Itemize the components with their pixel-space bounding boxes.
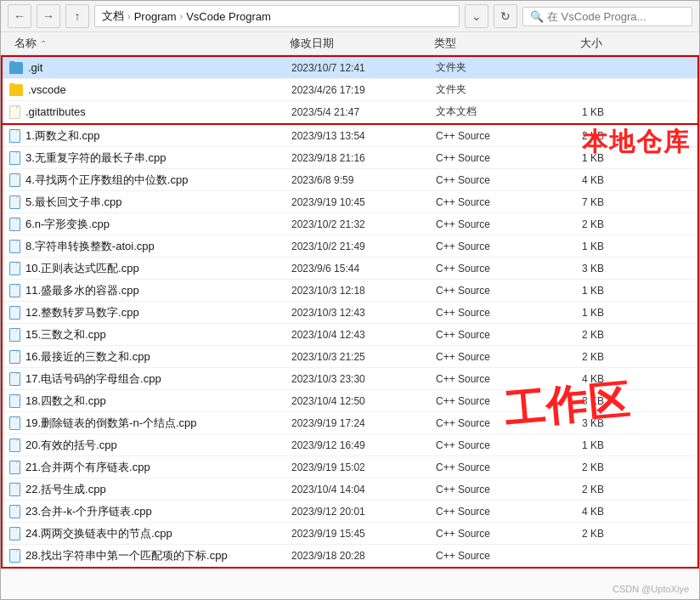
refresh-button[interactable]: ↻ (494, 4, 517, 28)
cpp-icon (9, 394, 20, 408)
file-list: .git 2023/10/7 12:41 文件夹 .vscode 2023/4/… (1, 55, 699, 569)
cpp-icon (9, 549, 20, 563)
table-row[interactable]: 5.最长回文子串.cpp 2023/9/19 10:45 C++ Source … (3, 191, 697, 213)
table-row[interactable]: .gitattributes 2023/5/4 21:47 文本文档 1 KB (3, 101, 697, 123)
cpp-icon (9, 129, 20, 143)
file-name-cell: .git (3, 61, 291, 74)
cpp-icon (9, 372, 20, 386)
table-row[interactable]: 11.盛最多水的容器.cpp 2023/10/3 12:18 C++ Sourc… (3, 280, 697, 302)
back-button[interactable]: ← (8, 4, 31, 28)
cpp-icon (9, 218, 20, 231)
folder-icon (9, 84, 23, 96)
breadcrumb[interactable]: 文档 › Program › VsCode Program (94, 5, 460, 27)
col-header-type[interactable]: 类型 (434, 36, 545, 51)
dropdown-button[interactable]: ⌄ (465, 4, 488, 28)
cpp-icon (9, 151, 20, 165)
table-row[interactable]: 15.三数之和.cpp 2023/10/4 12:43 C++ Source 2… (3, 324, 697, 346)
cpp-icon (9, 284, 20, 297)
table-row[interactable]: 28.找出字符串中第一个匹配项的下标.cpp 2023/9/18 20:28 C… (3, 545, 697, 567)
cpp-icon (9, 350, 20, 364)
table-row[interactable]: 21.合并两个有序链表.cpp 2023/9/19 15:02 C++ Sour… (3, 456, 697, 478)
search-bar[interactable]: 🔍 (522, 7, 692, 26)
cpp-icon (9, 439, 20, 452)
breadcrumb-part-1: 文档 (102, 8, 124, 24)
breadcrumb-sep-1: › (127, 11, 131, 21)
cpp-icon (9, 262, 20, 275)
breadcrumb-sep-2: › (180, 11, 183, 21)
forward-button[interactable]: → (37, 4, 60, 28)
table-row[interactable]: 17.电话号码的字母组合.cpp 2023/10/3 23:30 C++ Sou… (3, 368, 697, 390)
cpp-icon (9, 505, 20, 518)
cpp-icon (9, 461, 20, 474)
search-icon: 🔍 (530, 10, 544, 23)
cpp-icon (9, 240, 20, 253)
table-row[interactable]: 8.字符串转换整数-atoi.cpp 2023/10/2 21:49 C++ S… (3, 235, 697, 258)
txt-file-icon (9, 105, 20, 119)
table-row[interactable]: 10.正则表达式匹配.cpp 2023/9/6 15:44 C++ Source… (3, 258, 697, 280)
table-row[interactable]: 16.最接近的三数之和.cpp 2023/10/3 21:25 C++ Sour… (3, 346, 697, 368)
file-name-cell: .gitattributes (3, 105, 291, 119)
breadcrumb-part-3: VsCode Program (186, 10, 271, 23)
cpp-icon (9, 527, 20, 541)
cpp-icon (9, 416, 20, 430)
table-row[interactable]: 18.四数之和.cpp 2023/10/4 12:50 C++ Source 3… (3, 390, 697, 412)
folder-git-icon (9, 62, 23, 74)
table-row[interactable]: 6.n-字形变换.cpp 2023/10/2 21:32 C++ Source … (3, 213, 697, 235)
table-row[interactable]: 3.无重复字符的最长子串.cpp 2023/9/18 21:16 C++ Sou… (3, 147, 697, 169)
breadcrumb-part-2: Program (134, 10, 177, 23)
watermark: CSDN @UptoXiye (612, 584, 689, 594)
address-bar: ← → ↑ 文档 › Program › VsCode Program ⌄ ↻ … (1, 1, 699, 32)
file-name-cell: .vscode (3, 83, 291, 96)
table-row[interactable]: .vscode 2023/4/26 17:19 文件夹 (3, 79, 697, 101)
cpp-icon (9, 173, 20, 187)
table-row[interactable]: 1.两数之和.cpp 2023/9/13 13:54 C++ Source 2 … (3, 125, 697, 147)
git-section: .git 2023/10/7 12:41 文件夹 .vscode 2023/4/… (1, 55, 699, 125)
cpp-icon (9, 195, 20, 209)
cpp-icon (9, 328, 20, 342)
table-row[interactable]: .git 2023/10/7 12:41 文件夹 (3, 57, 697, 79)
column-headers: 名称 ⌃ 修改日期 类型 大小 (1, 32, 699, 55)
up-button[interactable]: ↑ (65, 4, 89, 28)
sort-icon: ⌃ (40, 39, 47, 48)
search-input[interactable] (547, 10, 690, 23)
cpp-icon (9, 306, 20, 320)
table-row[interactable]: 4.寻找两个正序数组的中位数.cpp 2023/6/8 9:59 C++ Sou… (3, 169, 697, 191)
workspace-section: 1.两数之和.cpp 2023/9/13 13:54 C++ Source 2 … (1, 125, 699, 569)
col-header-date[interactable]: 修改日期 (290, 36, 434, 51)
table-row[interactable]: 19.删除链表的倒数第-n-个结点.cpp 2023/9/19 17:24 C+… (3, 412, 697, 434)
table-row[interactable]: 24.两两交换链表中的节点.cpp 2023/9/19 15:45 C++ So… (3, 523, 697, 545)
cpp-icon (9, 483, 20, 496)
table-row[interactable]: 12.整数转罗马数字.cpp 2023/10/3 12:43 C++ Sourc… (3, 302, 697, 324)
col-header-name[interactable]: 名称 ⌃ (1, 36, 290, 51)
table-row[interactable]: 23.合并-k-个升序链表.cpp 2023/9/12 20:01 C++ So… (3, 501, 697, 523)
table-row[interactable]: 22.括号生成.cpp 2023/10/4 14:04 C++ Source 2… (3, 478, 697, 501)
col-header-size[interactable]: 大小 (545, 36, 612, 51)
table-row[interactable]: 20.有效的括号.cpp 2023/9/12 16:49 C++ Source … (3, 434, 697, 456)
